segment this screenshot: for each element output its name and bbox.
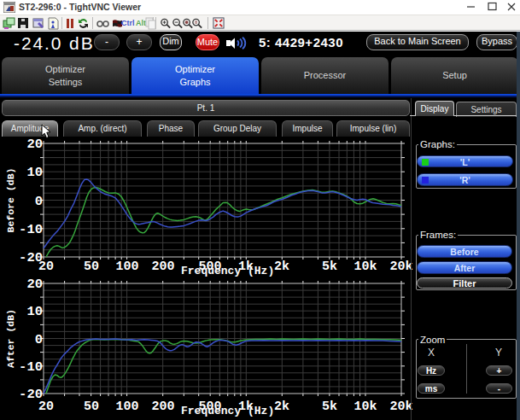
svg-text:10k: 10k [353, 260, 377, 274]
svg-text:5k: 5k [322, 260, 337, 274]
svg-text:100: 100 [115, 400, 138, 414]
svg-text:20: 20 [26, 277, 43, 292]
svg-text:200: 200 [151, 260, 174, 274]
svg-text:5k: 5k [322, 400, 337, 414]
svg-text:10: 10 [26, 304, 43, 319]
svg-text:50: 50 [84, 400, 99, 414]
svg-text:-10: -10 [19, 359, 43, 375]
svg-text:20k: 20k [389, 260, 412, 274]
svg-text:20: 20 [38, 400, 54, 414]
svg-text:50: 50 [84, 260, 99, 274]
svg-text:Frequency (Hz): Frequency (Hz) [181, 265, 274, 277]
svg-text:10k: 10k [353, 400, 377, 414]
svg-text:2k: 2k [274, 400, 289, 414]
svg-text:-10: -10 [19, 222, 43, 237]
svg-text:20: 20 [38, 260, 54, 274]
svg-text:Frequency (Hz): Frequency (Hz) [181, 405, 274, 417]
svg-text:10: 10 [26, 165, 43, 180]
svg-text:Before (dB): Before (dB) [5, 168, 16, 233]
svg-text:200: 200 [151, 400, 174, 414]
svg-text:20k: 20k [389, 400, 412, 414]
svg-text:100: 100 [115, 260, 138, 274]
svg-text:0: 0 [35, 194, 43, 209]
svg-text:After (dB): After (dB) [5, 309, 16, 368]
svg-text:2k: 2k [274, 260, 289, 274]
svg-text:0: 0 [35, 332, 43, 347]
